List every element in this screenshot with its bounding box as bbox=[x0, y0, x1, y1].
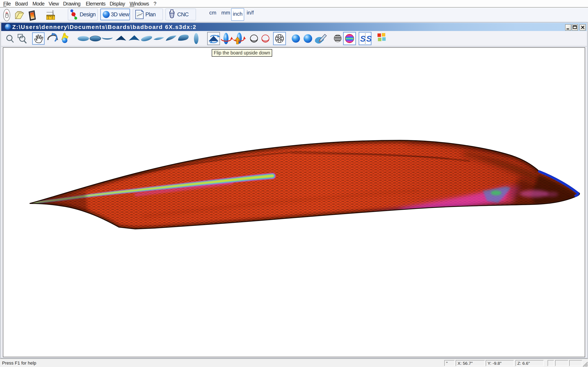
svg-text:S: S bbox=[366, 34, 372, 43]
svg-text:1: 1 bbox=[48, 17, 49, 20]
svg-text:S: S bbox=[360, 34, 366, 43]
svg-text:0: 0 bbox=[52, 17, 53, 20]
